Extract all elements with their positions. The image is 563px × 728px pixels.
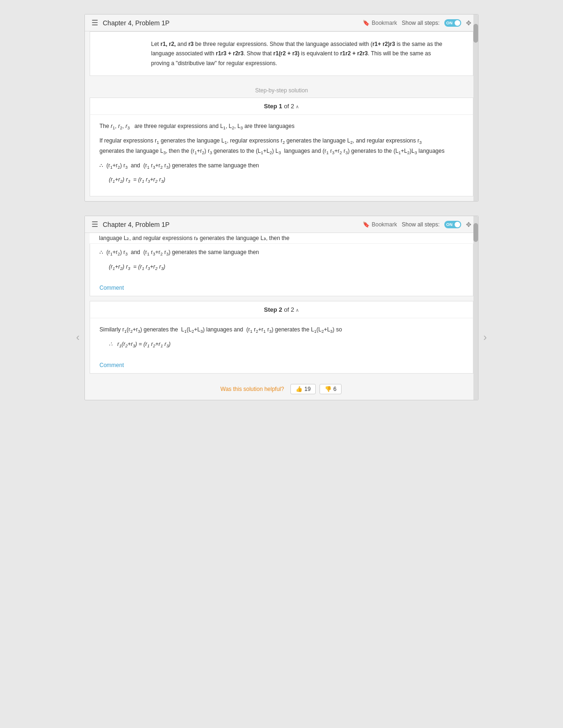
panel-2-list-icon[interactable]: ☰ [91, 220, 98, 229]
list-icon[interactable]: ☰ [91, 18, 98, 27]
next-step-button[interactable]: › [479, 331, 492, 344]
step-2-of: of 2 [284, 306, 296, 313]
step-1-line1: The r1, r2, r3 are three regular express… [99, 121, 445, 132]
step-2-formula: ∴ r1(r2+r3) = (r1 r2+r1 r3) [109, 339, 445, 350]
panel-2-step1-formula: (r1+r2) r3 = (r1 r3+r2 r3) [109, 262, 445, 273]
question-text: Let r1, r2, and r3 be three regular expr… [151, 39, 445, 68]
panel-1-question: Let r1, r2, and r3 be three regular expr… [90, 31, 473, 76]
panel-1: ☰ Chapter 4, Problem 1P 🔖 Bookmark Show … [84, 14, 479, 202]
step-1-line3: ∴ (r1+r2) r3 and (r1 r3+r2 r3) generates… [99, 161, 445, 172]
panel-2-scroll-thumb [473, 223, 478, 242]
toggle-knob [455, 20, 460, 26]
bookmark-icon: 🔖 [363, 20, 370, 26]
panel-2: ☰ Chapter 4, Problem 1P 🔖 Bookmark Show … [84, 216, 479, 400]
panel-2-scrollbar[interactable] [473, 216, 478, 400]
panel-2-step1-line3: ∴ (r1+r2) r3 and (r1 r3+r2 r3) generates… [99, 248, 445, 258]
panel-1-header: ☰ Chapter 4, Problem 1P 🔖 Bookmark Show … [85, 15, 478, 31]
step-1-line2: If regular expressions r1 generates the … [99, 136, 445, 157]
thumbs-up-count: 19 [304, 386, 311, 392]
panel-2-toggle-knob [455, 222, 460, 227]
panel-2-step1-partial: ∴ (r1+r2) r3 and (r1 r3+r2 r3) generates… [90, 244, 473, 296]
panel-2-bookmark-icon: 🔖 [363, 221, 370, 228]
step-by-step-label: Step-by-step solution [85, 81, 478, 98]
thumbs-down-button[interactable]: 👎 6 [320, 384, 342, 394]
panel-2-header: ☰ Chapter 4, Problem 1P 🔖 Bookmark Show … [85, 216, 478, 233]
panel-2-toggle-on-label: ON [446, 222, 453, 227]
step-1-box: Step 1 of 2 ∧ The r1, r2, r3 are three r… [90, 98, 473, 196]
step-2-line1: Similarly r1(r2+r3) generates the L1(L2+… [99, 325, 445, 336]
panel-1-scrollbar[interactable] [473, 15, 478, 201]
panel-2-cutoff-text: language L₂, and regular expressions r₃ … [90, 233, 473, 244]
thumbs-down-icon: 👎 [325, 386, 332, 392]
panel-1-title: Chapter 4, Problem 1P [103, 19, 358, 27]
feedback-bar: Was this solution helpful? 👍 19 👎 6 [85, 378, 478, 400]
prev-step-button[interactable]: ‹ [71, 331, 84, 344]
step-1-of: of 2 [284, 103, 296, 110]
step-1-comment-link[interactable]: Comment [90, 283, 473, 296]
thumbs-up-button[interactable]: 👍 19 [290, 384, 316, 394]
panel-2-bookmark-button[interactable]: 🔖 Bookmark [363, 221, 397, 228]
expand-icon[interactable]: ✥ [466, 19, 472, 27]
step-2-comment-link[interactable]: Comment [90, 360, 473, 373]
toggle-on-label: ON [446, 21, 453, 25]
step-2-body: Similarly r1(r2+r3) generates the L1(L2+… [90, 318, 473, 360]
step-1-number: Step 1 [264, 103, 282, 110]
step-1-chevron[interactable]: ∧ [296, 104, 299, 109]
panel-2-title: Chapter 4, Problem 1P [103, 221, 358, 228]
thumbs-up-icon: 👍 [296, 386, 303, 392]
panel-2-show-steps-label: Show all steps: [402, 221, 440, 228]
step-2-chevron[interactable]: ∧ [296, 308, 299, 313]
panel-2-expand-icon[interactable]: ✥ [466, 221, 472, 228]
cutoff-text-content: language L₂, and regular expressions r₃ … [99, 235, 289, 241]
step-2-header: Step 2 of 2 ∧ [90, 301, 473, 318]
step-1-body: The r1, r2, r3 are three regular express… [90, 115, 473, 196]
step-1-formula: (r1+r2) r3 = (r1 r3+r2 r3) [109, 175, 445, 186]
thumbs-down-count: 6 [334, 386, 337, 392]
panel-2-bookmark-label: Bookmark [372, 221, 397, 228]
step-2-number: Step 2 [264, 306, 282, 313]
step-2-box: ‹ Step 2 of 2 ∧ Similarly r1(r2+r3) gene… [90, 301, 473, 374]
panel-2-show-steps-toggle[interactable]: ON [444, 221, 461, 228]
show-steps-label: Show all steps: [402, 20, 440, 26]
bookmark-label: Bookmark [372, 20, 397, 26]
panel-2-step1-body: ∴ (r1+r2) r3 and (r1 r3+r2 r3) generates… [90, 244, 473, 283]
bookmark-button[interactable]: 🔖 Bookmark [363, 20, 397, 26]
feedback-question: Was this solution helpful? [221, 386, 284, 392]
step-1-header: Step 1 of 2 ∧ [90, 98, 473, 115]
page-wrapper: ☰ Chapter 4, Problem 1P 🔖 Bookmark Show … [0, 0, 563, 728]
show-steps-toggle[interactable]: ON [444, 19, 461, 27]
panel-1-scroll-thumb [473, 24, 478, 43]
